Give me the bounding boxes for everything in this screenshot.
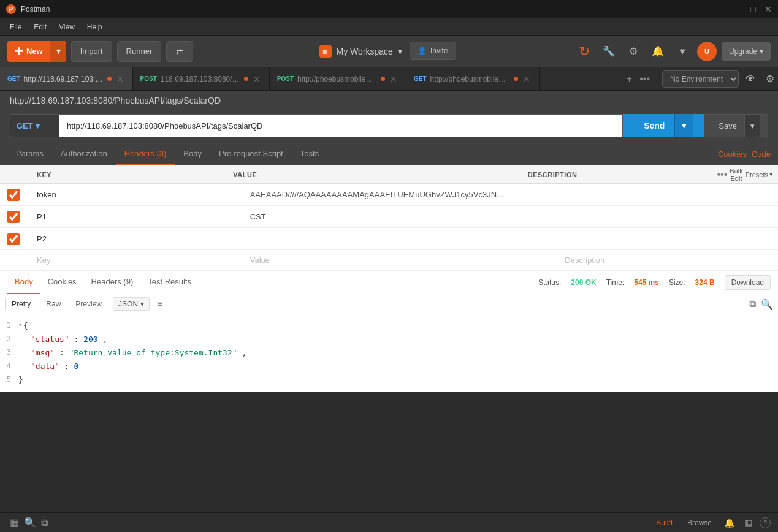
req-tab-body[interactable]: Body — [175, 143, 210, 165]
json-key-status: "status" — [31, 335, 69, 344]
table-more-icon[interactable]: ••• — [717, 169, 727, 180]
menu-help[interactable]: Help — [82, 21, 107, 33]
resp-body-tab-preview[interactable]: Preview — [69, 297, 108, 311]
runner-button[interactable]: Runner — [117, 41, 162, 62]
code-link[interactable]: Code — [752, 150, 771, 159]
download-button[interactable]: Download — [725, 275, 771, 290]
resp-tab-test-results[interactable]: Test Results — [140, 271, 199, 294]
tabs-more-button[interactable]: ••• — [637, 71, 652, 87]
search-response-icon[interactable]: 🔍 — [761, 298, 773, 310]
save-label: Save — [719, 121, 737, 131]
statusbar-search-button[interactable]: 🔍 — [21, 514, 39, 531]
new-key-placeholder[interactable]: Key — [32, 253, 245, 267]
minimize-button[interactable]: — — [734, 4, 742, 14]
statusbar-bell-button[interactable]: 🔔 — [722, 515, 737, 530]
req-tab-authorization[interactable]: Authorization — [52, 143, 116, 165]
resp-tab-cookies[interactable]: Cookies — [40, 271, 84, 294]
req-tab-headers[interactable]: Headers (3) — [116, 143, 175, 165]
window-controls[interactable]: — □ ✕ — [734, 4, 772, 14]
statusbar-columns-button[interactable]: ▦ — [742, 515, 755, 530]
tab-3[interactable]: GET http://phoebusmobileapi.azure... ✕ — [406, 67, 540, 91]
add-tab-button[interactable]: + — [624, 71, 635, 87]
environment-select[interactable]: No Environment — [662, 70, 739, 88]
header-key-1: token — [32, 188, 245, 202]
tab-close-3[interactable]: ✕ — [522, 74, 532, 84]
environment-eye-button[interactable]: 👁 — [742, 71, 758, 87]
line-num-4: 4 — [0, 360, 18, 373]
resp-body-tab-raw[interactable]: Raw — [40, 297, 67, 311]
json-viewer: 1 ▾ { 2 "status" : 200 , 3 " — [0, 314, 778, 392]
close-button[interactable]: ✕ — [765, 4, 772, 14]
upgrade-button[interactable]: Upgrade ▾ — [722, 42, 771, 61]
heart-button[interactable]: ♥ — [673, 42, 692, 61]
status-label: Status: — [538, 278, 561, 287]
new-caret-icon[interactable]: ▾ — [50, 41, 66, 62]
save-caret-icon[interactable]: ▾ — [744, 115, 760, 137]
settings-button[interactable]: ⚙ — [624, 42, 643, 61]
method-select[interactable]: GET ▾ — [10, 114, 59, 137]
tab-url-1: 118.69.187.103:8080/Phoebus... — [161, 75, 240, 83]
menu-edit[interactable]: Edit — [29, 21, 51, 33]
statusbar-console-button[interactable]: ⧉ — [39, 515, 50, 531]
statusbar-right: Build Browse 🔔 ▦ ? — [651, 515, 771, 530]
avatar-initial: U — [704, 48, 709, 55]
tab-close-1[interactable]: ✕ — [252, 74, 262, 84]
menu-view[interactable]: View — [54, 21, 80, 33]
presets-button[interactable]: Presets ▾ — [746, 170, 773, 178]
menu-file[interactable]: File — [5, 21, 26, 33]
send-button[interactable]: Send ▾ — [623, 114, 704, 137]
bell-button[interactable]: 🔔 — [648, 42, 668, 61]
new-value-placeholder[interactable]: Value — [245, 253, 560, 267]
copy-response-icon[interactable]: ⧉ — [749, 298, 756, 310]
sync-icon-button[interactable]: ⇄ — [166, 41, 193, 62]
statusbar-layout-button[interactable]: ▦ — [7, 514, 21, 531]
header-desc-2 — [560, 215, 773, 219]
resp-tab-headers[interactable]: Headers (9) — [84, 271, 141, 294]
tab-1[interactable]: POST 118.69.187.103:8080/Phoebus... ✕ — [133, 67, 270, 91]
person-icon: 👤 — [418, 47, 427, 55]
size-label: Size: — [669, 278, 685, 287]
new-button[interactable]: ✚ New ▾ — [7, 41, 66, 62]
workspace-button[interactable]: ▦ My Workspace ▾ — [312, 42, 410, 61]
upgrade-label: Upgrade — [729, 47, 757, 56]
invite-button[interactable]: 👤 Invite — [410, 42, 456, 60]
import-button[interactable]: Import — [71, 41, 112, 62]
wrench-button[interactable]: 🔧 — [599, 42, 619, 61]
request-tabs: Params Authorization Headers (3) Body Pr… — [0, 143, 778, 165]
environment-settings-button[interactable]: ⚙ — [762, 71, 778, 87]
save-button[interactable]: Save ▾ — [704, 114, 768, 137]
bulk-edit-button[interactable]: Bulk Edit — [730, 167, 742, 182]
tab-0[interactable]: GET http://118.69.187.103:8080/Pho... ✕ — [0, 67, 133, 91]
statusbar-question-button[interactable]: ? — [760, 517, 771, 528]
tab-2[interactable]: POST http://phoebusmobileapi.azure... ✕ — [270, 67, 406, 91]
req-tab-prerequest[interactable]: Pre-request Script — [210, 143, 292, 165]
desc-column-header: DESCRIPTION — [528, 171, 724, 178]
collapse-arrow-1[interactable]: ▾ — [18, 319, 22, 333]
browse-button[interactable]: Browse — [682, 516, 717, 530]
send-caret-icon[interactable]: ▾ — [674, 114, 693, 137]
tab-close-0[interactable]: ✕ — [115, 74, 125, 84]
build-button[interactable]: Build — [651, 516, 677, 530]
resp-tab-body[interactable]: Body — [7, 271, 40, 294]
header-value-2: CST — [245, 210, 560, 224]
table-actions: ••• Bulk Edit Presets ▾ — [724, 167, 773, 182]
postman-logo-icon: P — [6, 4, 16, 14]
word-wrap-button[interactable]: ≡ — [152, 297, 167, 311]
tab-close-2[interactable]: ✕ — [389, 74, 399, 84]
req-tab-tests[interactable]: Tests — [292, 143, 327, 165]
header-desc-1 — [560, 192, 773, 197]
new-desc-placeholder[interactable]: Description — [560, 253, 773, 267]
cookies-link[interactable]: Cookies — [718, 150, 747, 159]
tab-actions: + ••• — [619, 71, 657, 87]
avatar-button[interactable]: U — [697, 42, 717, 61]
url-input[interactable] — [59, 114, 623, 137]
req-tab-params[interactable]: Params — [7, 143, 52, 165]
format-select[interactable]: JSON ▾ — [113, 297, 150, 311]
header-check-3[interactable] — [7, 233, 20, 245]
sync-button[interactable]: ↻ — [574, 42, 594, 61]
json-line-2: 2 "status" : 200 , — [0, 333, 778, 346]
resp-body-tab-pretty[interactable]: Pretty — [5, 297, 37, 311]
header-check-1[interactable] — [7, 189, 20, 201]
header-check-2[interactable] — [7, 211, 20, 223]
maximize-button[interactable]: □ — [751, 4, 756, 14]
